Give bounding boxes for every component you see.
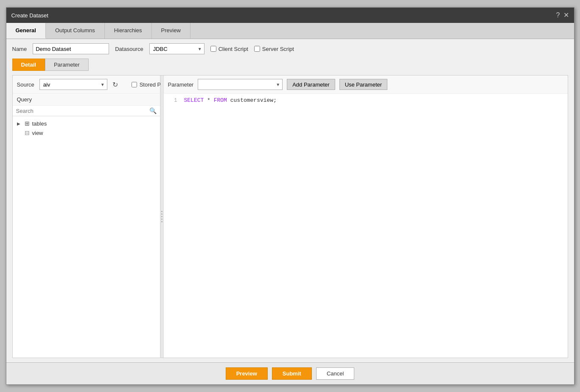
source-label: Source <box>17 81 34 88</box>
tree-toggle-tables: ▶ <box>17 121 22 126</box>
line-number-1: 1 <box>167 98 177 104</box>
use-parameter-button[interactable]: Use Parameter <box>339 79 387 90</box>
sub-tab-detail[interactable]: Detail <box>12 59 45 71</box>
search-icon: 🔍 <box>149 107 157 114</box>
tab-general[interactable]: General <box>6 23 46 39</box>
server-script-group: Server Script <box>254 46 294 52</box>
source-select[interactable]: aiv <box>39 79 107 90</box>
title-bar: Create Dataset ? ✕ <box>6 8 574 23</box>
client-script-label: Client Script <box>219 46 248 52</box>
submit-button[interactable]: Submit <box>272 367 312 380</box>
tree-item-view[interactable]: ⊟ view <box>14 128 158 137</box>
panel-divider[interactable] <box>160 76 164 358</box>
close-button[interactable]: ✕ <box>563 12 569 19</box>
sub-tabs: Detail Parameter <box>12 59 568 71</box>
title-bar-controls: ? ✕ <box>556 12 569 19</box>
dialog-title: Create Dataset <box>11 12 48 19</box>
code-select-kw: SELECT <box>184 97 204 104</box>
right-panel: Parameter ▼ Add Parameter Use Parameter … <box>164 76 568 358</box>
left-panel: Source aiv ▼ ↻ Stored Procedure <box>13 76 160 358</box>
cancel-button[interactable]: Cancel <box>316 367 354 380</box>
parameter-label: Parameter <box>168 81 194 88</box>
sub-tab-parameter[interactable]: Parameter <box>45 59 89 71</box>
datasource-select-wrap: JDBC ▼ <box>149 43 205 54</box>
parameter-select-wrap: ▼ <box>198 79 283 90</box>
code-editor[interactable]: 1 SELECT * FROM customersview; <box>164 94 568 358</box>
main-tabs: General Output Columns Hierarchies Previ… <box>6 23 574 39</box>
preview-button[interactable]: Preview <box>226 367 268 380</box>
main-panel: Source aiv ▼ ↻ Stored Procedure <box>12 75 568 358</box>
name-input[interactable] <box>33 43 109 54</box>
server-script-checkbox[interactable] <box>254 46 260 52</box>
code-line-1: 1 SELECT * FROM customersview; <box>164 97 568 106</box>
tab-preview[interactable]: Preview <box>152 23 191 39</box>
content-area: Name Datasource JDBC ▼ Client Script Ser… <box>6 39 574 362</box>
tree-label-tables: tables <box>32 120 47 127</box>
server-script-label: Server Script <box>262 46 294 52</box>
bottom-bar: Preview Submit Cancel <box>6 362 574 384</box>
refresh-button[interactable]: ↻ <box>112 81 118 89</box>
stored-procedure-checkbox[interactable] <box>132 82 137 87</box>
tab-hierarchies[interactable]: Hierarchies <box>105 23 152 39</box>
tree-area: ▶ ⊞ tables ⊟ view <box>13 116 160 358</box>
view-icon: ⊟ <box>25 129 30 136</box>
client-script-group: Client Script <box>210 46 248 52</box>
tab-output-columns[interactable]: Output Columns <box>46 23 105 39</box>
source-row: Source aiv ▼ ↻ Stored Procedure <box>13 76 160 94</box>
tables-icon: ⊞ <box>25 120 30 127</box>
tree-label-view: view <box>32 130 43 136</box>
client-script-checkbox[interactable] <box>210 46 216 52</box>
query-label: Query <box>13 94 160 106</box>
parameter-select[interactable] <box>198 79 283 90</box>
right-options-row: Parameter ▼ Add Parameter Use Parameter <box>164 76 568 94</box>
add-parameter-button[interactable]: Add Parameter <box>287 79 335 90</box>
form-top-row: Name Datasource JDBC ▼ Client Script Ser… <box>12 43 568 54</box>
datasource-select[interactable]: JDBC <box>149 43 205 54</box>
code-from-kw: FROM <box>214 97 227 104</box>
datasource-label: Datasource <box>115 46 143 52</box>
search-bar: 🔍 <box>13 106 160 116</box>
create-dataset-dialog: Create Dataset ? ✕ General Output Column… <box>6 7 574 385</box>
name-label: Name <box>12 46 27 52</box>
search-input[interactable] <box>16 108 149 114</box>
help-button[interactable]: ? <box>556 12 560 19</box>
tree-item-tables[interactable]: ▶ ⊞ tables <box>14 119 158 128</box>
source-select-wrap: aiv ▼ <box>39 79 107 90</box>
